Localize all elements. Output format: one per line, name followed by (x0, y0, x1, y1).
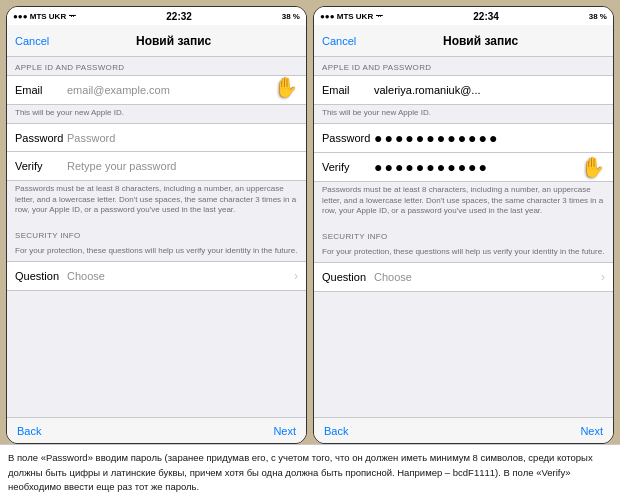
question-label-right: Question (322, 271, 374, 283)
cancel-button-left[interactable]: Cancel (15, 35, 49, 47)
carrier-left: ●●● MTS UKR ᅲ (13, 12, 76, 21)
email-hint-right: This will be your new Apple ID. (314, 105, 613, 123)
bottom-bar-left: Back Next (7, 417, 306, 443)
verify-row-right[interactable]: Verify ●●●●●●●●●●● (314, 153, 613, 181)
carrier-right: ●●● MTS UKR ᅲ (320, 12, 383, 21)
cancel-button-right[interactable]: Cancel (322, 35, 356, 47)
verify-label-right: Verify (322, 161, 374, 173)
verify-label-left: Verify (15, 160, 67, 172)
question-label-left: Question (15, 270, 67, 282)
time-left: 22:32 (166, 11, 192, 22)
question-value-right: Choose (374, 271, 597, 283)
nav-bar-left: Cancel Новий запис (7, 25, 306, 57)
verify-row-left[interactable]: Verify Retype your password (7, 152, 306, 180)
bottom-instruction: В поле «Password» вводим пароль (заранее… (0, 444, 620, 500)
nav-bar-right: Cancel Новий запис (314, 25, 613, 57)
verify-value-left[interactable]: Retype your password (67, 160, 298, 172)
email-hint-left: This will be your new Apple ID. (7, 105, 306, 123)
phone-right-screen: ●●● MTS UKR ᅲ 22:34 38 % Cancel Новий за… (314, 7, 613, 443)
password-group-right: Password ●●●●●●●●●●●● Verify ●●●●●●●●●●● (314, 123, 613, 182)
hand-cursor-right: 🤚 (580, 155, 605, 179)
status-bar-left: ●●● MTS UKR ᅲ 22:32 38 % (7, 7, 306, 25)
password-label-left: Password (15, 132, 67, 144)
main-container: ●●● MTS UKR ᅲ 22:32 38 % Cancel Новий за… (0, 0, 620, 500)
verify-value-right[interactable]: ●●●●●●●●●●● (374, 159, 605, 175)
battery-left: 38 % (282, 12, 300, 21)
back-button-left[interactable]: Back (17, 425, 41, 437)
hand-cursor-top-left: 🤚 (273, 75, 298, 99)
question-value-left: Choose (67, 270, 290, 282)
password-hint-right: Passwords must be at least 8 characters,… (314, 182, 613, 221)
password-hint-left: Passwords must be at least 8 characters,… (7, 181, 306, 220)
chevron-icon-right: › (601, 270, 605, 284)
question-row-left[interactable]: Question Choose › (7, 262, 306, 290)
email-row-left[interactable]: Email email@example.com (7, 76, 306, 104)
next-button-left[interactable]: Next (273, 425, 296, 437)
password-value-right[interactable]: ●●●●●●●●●●●● (374, 130, 605, 146)
email-label-left: Email (15, 84, 67, 96)
email-row-right[interactable]: Email valeriya.romaniuk@... (314, 76, 613, 104)
bottom-bar-right: Back Next (314, 417, 613, 443)
next-button-right[interactable]: Next (580, 425, 603, 437)
phones-row: ●●● MTS UKR ᅲ 22:32 38 % Cancel Новий за… (0, 0, 620, 444)
password-row-left[interactable]: Password Password (7, 124, 306, 152)
form-group-right: Email valeriya.romaniuk@... (314, 75, 613, 105)
section-header-left: APPLE ID AND PASSWORD (7, 57, 306, 75)
email-value-right[interactable]: valeriya.romaniuk@... (374, 84, 605, 96)
section-header-right: APPLE ID AND PASSWORD (314, 57, 613, 75)
battery-right: 38 % (589, 12, 607, 21)
password-value-left[interactable]: Password (67, 132, 298, 144)
nav-title-right: Новий запис (443, 34, 518, 48)
status-bar-right: ●●● MTS UKR ᅲ 22:34 38 % (314, 7, 613, 25)
back-button-right[interactable]: Back (324, 425, 348, 437)
phone-right: ●●● MTS UKR ᅲ 22:34 38 % Cancel Новий за… (313, 6, 614, 444)
security-header-right: SECURITY INFO (314, 226, 613, 244)
question-group-right: Question Choose › (314, 262, 613, 292)
security-hint-left: For your protection, these questions wil… (7, 243, 306, 261)
nav-title-left: Новий запис (136, 34, 211, 48)
question-group-left: Question Choose › (7, 261, 306, 291)
chevron-icon-left: › (294, 269, 298, 283)
security-header-left: SECURITY INFO (7, 225, 306, 243)
question-row-right[interactable]: Question Choose › (314, 263, 613, 291)
time-right: 22:34 (473, 11, 499, 22)
content-left: APPLE ID AND PASSWORD Email email@exampl… (7, 57, 306, 417)
phone-left: ●●● MTS UKR ᅲ 22:32 38 % Cancel Новий за… (6, 6, 307, 444)
security-hint-right: For your protection, these questions wil… (314, 244, 613, 262)
content-right: APPLE ID AND PASSWORD Email valeriya.rom… (314, 57, 613, 417)
email-value-left[interactable]: email@example.com (67, 84, 298, 96)
phone-left-screen: ●●● MTS UKR ᅲ 22:32 38 % Cancel Новий за… (7, 7, 306, 443)
password-row-right[interactable]: Password ●●●●●●●●●●●● (314, 124, 613, 153)
password-label-right: Password (322, 132, 374, 144)
password-group-left: Password Password Verify Retype your pas… (7, 123, 306, 181)
email-label-right: Email (322, 84, 374, 96)
form-group-left: Email email@example.com (7, 75, 306, 105)
